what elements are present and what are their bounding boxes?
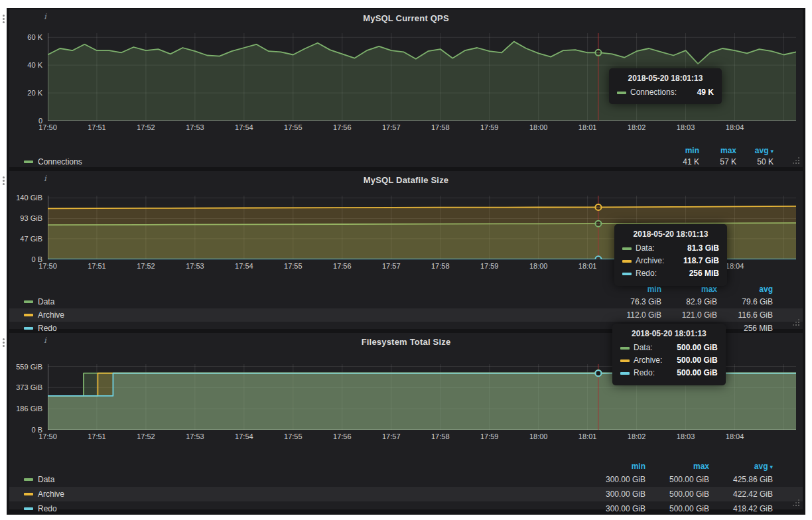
panel-resize-handle[interactable] [792, 318, 800, 326]
hover-tooltip: 2018-05-20 18:01:13Data:81.3 GiBArchive:… [614, 224, 727, 286]
series-color-icon [620, 347, 630, 350]
x-axis-tick-label: 17:57 [382, 123, 401, 131]
legend-stat-value: 300.00 GiB [582, 504, 645, 513]
legend-sort-min[interactable]: min [582, 462, 645, 471]
series-color-icon [622, 247, 632, 250]
legend-sort-avg[interactable]: avg▾ [709, 462, 773, 471]
series-color-icon [24, 161, 33, 163]
x-axis-tick-label: 17:54 [235, 262, 253, 270]
legend-sort-min[interactable]: min [606, 285, 661, 294]
x-axis-tick-label: 17:57 [382, 432, 401, 440]
legend-sort-min[interactable]: min [662, 146, 699, 155]
legend-sort-max[interactable]: max [645, 462, 709, 471]
tooltip-series-value: 256 MiB [679, 267, 719, 280]
x-axis-tick-label: 17:53 [186, 432, 204, 440]
legend-stat-value: 79.6 GiB [717, 297, 773, 306]
tooltip-series-value: 118.7 GiB [673, 255, 719, 267]
x-axis-tick-label: 18:03 [677, 432, 695, 440]
x-axis-tick-label: 17:59 [480, 262, 499, 270]
series-color-icon [620, 359, 630, 362]
y-axis-tick-label: 93 GiB [9, 214, 42, 222]
legend-header-row: minmaxavg▾ [9, 460, 803, 472]
legend-sort-max[interactable]: max [661, 285, 717, 294]
y-axis-tick-label: 140 GiB [9, 194, 42, 202]
series-color-icon [24, 478, 33, 481]
series-color-icon [620, 372, 630, 375]
x-axis-tick-label: 18:01 [578, 262, 597, 270]
x-axis-tick-label: 17:55 [284, 432, 303, 440]
legend-series-toggle[interactable]: Redo [24, 324, 606, 333]
x-axis-tick-label: 17:56 [333, 123, 352, 131]
y-axis-tick-label: 47 GiB [9, 235, 42, 243]
legend-series-toggle[interactable]: Data [24, 297, 606, 306]
x-axis-tick-label: 17:52 [137, 123, 155, 131]
legend-stat-value: 500.00 GiB [645, 489, 709, 499]
legend-stat-value: 300.00 GiB [582, 489, 645, 499]
legend-row: Connections41 K57 K50 K [9, 156, 803, 167]
y-axis-tick-label: 186 GiB [9, 405, 42, 413]
legend-stat-value: 500.00 GiB [645, 504, 709, 513]
legend-series-toggle[interactable]: Archive [24, 489, 582, 499]
legend-sort-avg[interactable]: avg [717, 285, 773, 294]
grafana-dashboard: i MySQL Current QPS 020 K40 K60 K17:5017… [7, 8, 805, 515]
x-axis-tick-label: 17:52 [137, 432, 155, 440]
legend-series-toggle[interactable]: Archive [24, 310, 606, 320]
x-axis-tick-label: 17:59 [480, 123, 499, 131]
legend-series-toggle[interactable]: Data [24, 475, 582, 484]
tooltip-series-row: Data:500.00 GiB [620, 342, 718, 354]
y-axis-tick-label: 20 K [9, 89, 42, 97]
series-color-icon [622, 260, 632, 263]
panel-resize-handle[interactable] [792, 157, 800, 164]
legend-stat-value: 57 K [699, 157, 736, 166]
legend-stat-value: 76.3 GiB [606, 297, 661, 306]
panel-resize-handle[interactable] [792, 499, 800, 507]
legend-series-label: Archive [38, 310, 64, 320]
legend-row: Redo300.00 GiB500.00 GiB418.42 GiB [9, 501, 803, 516]
legend-series-toggle[interactable]: Redo [24, 504, 582, 513]
x-axis-tick-label: 17:51 [88, 432, 106, 440]
x-axis-tick-label: 17:55 [284, 262, 303, 270]
x-axis-tick-label: 17:50 [38, 123, 57, 131]
x-axis-tick-label: 18:01 [578, 432, 597, 440]
x-axis-tick-label: 17:51 [88, 123, 106, 131]
tooltip-series-row: Archive:500.00 GiB [620, 354, 718, 367]
panel-header[interactable]: i MySQL Datafile Size [9, 171, 803, 190]
legend-stat-value: 422.42 GiB [709, 489, 773, 499]
x-axis-tick-label: 17:54 [235, 123, 253, 131]
panel-title[interactable]: MySQL Datafile Size [9, 175, 803, 185]
legend-series-label: Connections [38, 157, 82, 166]
series-color-icon [24, 493, 33, 495]
tooltip-series-value: 49 K [687, 86, 714, 99]
tooltip-series-name: Redo: [636, 267, 657, 280]
y-axis-tick-label: 0 B [9, 426, 42, 434]
legend-series-label: Data [38, 475, 54, 484]
series-color-icon [24, 300, 33, 303]
panel-header[interactable]: i MySQL Current QPS [9, 9, 803, 28]
tooltip-series-name: Redo: [634, 367, 655, 379]
tooltip-series-value: 500.00 GiB [666, 367, 717, 379]
tooltip-series-value: 500.00 GiB [666, 342, 717, 354]
series-color-icon [622, 273, 632, 275]
tooltip-series-row: Redo:500.00 GiB [620, 367, 718, 379]
x-axis-tick-label: 17:58 [431, 262, 450, 270]
x-axis-tick-label: 18:02 [628, 123, 646, 131]
x-axis-tick-label: 18:03 [677, 123, 695, 131]
legend-stat-value: 425.86 GiB [709, 475, 773, 484]
x-axis-tick-label: 17:56 [333, 262, 352, 270]
panel-title[interactable]: MySQL Current QPS [9, 13, 803, 23]
series-color-icon [24, 507, 33, 510]
tooltip-series-name: Data: [636, 242, 655, 255]
y-axis-tick-label: 0 B [9, 255, 42, 263]
legend-series-toggle[interactable]: Connections [24, 157, 662, 166]
x-axis-tick-label: 18:04 [726, 432, 744, 440]
legend-sort-max[interactable]: max [699, 146, 736, 155]
tooltip-series-value: 500.00 GiB [666, 354, 717, 367]
caret-down-icon: ▾ [770, 148, 774, 155]
x-axis-tick-label: 17:50 [38, 432, 57, 440]
legend-sort-avg[interactable]: avg▾ [736, 146, 774, 155]
tooltip-timestamp: 2018-05-20 18:01:13 [620, 329, 718, 338]
x-axis-tick-label: 17:56 [333, 432, 352, 440]
series-color-icon [24, 314, 33, 316]
legend-row: Archive112.0 GiB121.0 GiB116.6 GiB [9, 308, 803, 322]
x-axis-tick-label: 17:52 [137, 262, 155, 270]
